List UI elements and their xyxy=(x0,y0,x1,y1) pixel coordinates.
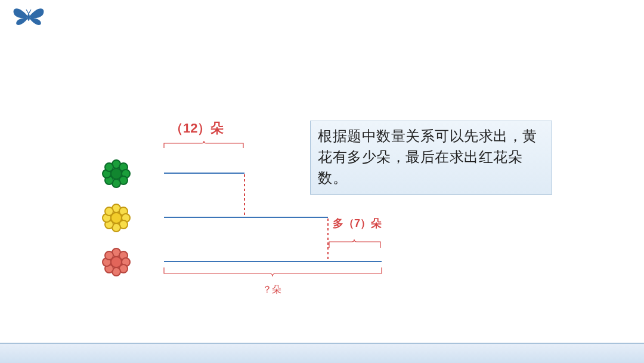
label-question: ？朵 xyxy=(262,284,281,294)
svg-point-0 xyxy=(27,14,30,21)
label-plus7: 多（7）朵 xyxy=(333,217,382,229)
footer-bar xyxy=(0,343,644,363)
bar-comparison-diagram: （12）朵 多（7）朵 ？朵 xyxy=(95,119,405,316)
label-12: （12）朵 xyxy=(170,121,224,136)
bracket-7 xyxy=(329,239,380,248)
bracket-12 xyxy=(164,141,243,148)
bracket-question xyxy=(164,267,382,276)
butterfly-icon xyxy=(11,2,47,32)
